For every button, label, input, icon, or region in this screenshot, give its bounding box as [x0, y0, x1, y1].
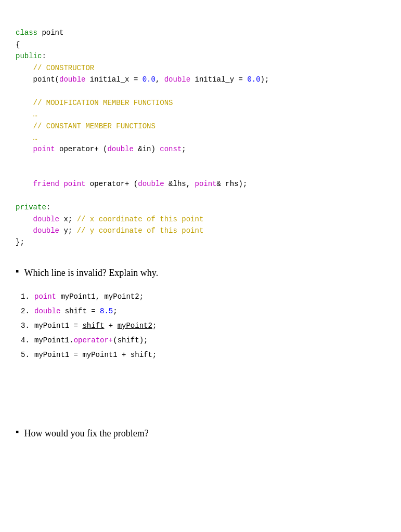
number-0-0-2: 0.0 — [247, 75, 260, 84]
comment-x: // x coordinate of this point — [77, 215, 204, 223]
question-1-text: Which line is invalid? Explain why. — [24, 266, 158, 280]
double-keyword-l2: double — [34, 307, 60, 315]
return-type-point-2: point — [63, 180, 85, 188]
line-1-code: point myPoint1, myPoint2; — [34, 289, 144, 304]
numbered-code-lines: 1. point myPoint1, myPoint2; 2. double s… — [21, 289, 385, 362]
line-2-code: double shift = 8.5; — [34, 304, 118, 318]
keyword-friend: friend — [33, 180, 59, 188]
spacer — [16, 373, 385, 414]
keyword-private: private — [16, 203, 46, 211]
line-number-2: 2. — [21, 304, 31, 318]
line-1-rest: myPoint1, myPoint2; — [56, 292, 144, 301]
line-number-5: 5. — [21, 348, 31, 362]
ellipsis-2: … — [33, 134, 37, 142]
code-line-4: 4. myPoint1.operator+(shift); — [21, 333, 385, 348]
line-4-code: myPoint1.operator+(shift); — [34, 333, 148, 348]
line-2-shift: shift = — [60, 307, 100, 315]
shift-underline: shift — [82, 322, 104, 330]
comment-y: // y coordinate of this point — [77, 227, 204, 235]
keyword-const: const — [160, 145, 182, 153]
keyword-double-4: double — [138, 180, 164, 188]
operator-plus-l4: operator+ — [74, 336, 113, 344]
keyword-double-3: double — [107, 145, 133, 153]
line-3-code: myPoint1 = shift + myPoint2; — [34, 318, 157, 333]
code-block: class point { public: // CONSTRUCTOR poi… — [16, 10, 385, 254]
bullet-2: ▪ — [16, 427, 19, 437]
keyword-double-1: double — [59, 75, 85, 84]
keyword-class: class — [16, 29, 37, 37]
num-8-5: 8.5 — [100, 307, 113, 315]
point-type-3: point — [195, 180, 217, 188]
return-type-point: point — [33, 145, 55, 153]
code-line-5: 5. myPoint1 = myPoint1 + shift; — [21, 348, 385, 362]
code-line-2: 2. double shift = 8.5; — [21, 304, 385, 318]
mypoint2-underline: myPoint2 — [118, 322, 152, 330]
comment-constructor: // CONSTRUCTOR — [33, 64, 95, 72]
ellipsis-1: … — [33, 110, 37, 118]
keyword-public: public — [16, 52, 42, 60]
bullet-1: ▪ — [16, 266, 19, 277]
keyword-double-5: double — [33, 215, 59, 223]
question-2-text: How would you fix the problem? — [24, 427, 148, 441]
code-line-1: 1. point myPoint1, myPoint2; — [21, 289, 385, 304]
line-number-3: 3. — [21, 318, 31, 333]
line-number-4: 4. — [21, 333, 31, 348]
keyword-double-2: double — [164, 75, 190, 84]
line-number-1: 1. — [21, 289, 31, 304]
point-keyword-l1: point — [34, 292, 56, 301]
comment-modification: // MODIFICATION MEMBER FUNCTIONS — [33, 99, 173, 107]
question-2-block: ▪ How would you fix the problem? — [16, 427, 385, 441]
code-line-3: 3. myPoint1 = shift + myPoint2; — [21, 318, 385, 333]
comment-constant: // CONSTANT MEMBER FUNCTIONS — [33, 122, 156, 130]
line-5-code: myPoint1 = myPoint1 + shift; — [34, 348, 157, 362]
question-1-block: ▪ Which line is invalid? Explain why. — [16, 266, 385, 280]
number-0-0: 0.0 — [143, 75, 156, 84]
keyword-double-6: double — [33, 227, 59, 235]
